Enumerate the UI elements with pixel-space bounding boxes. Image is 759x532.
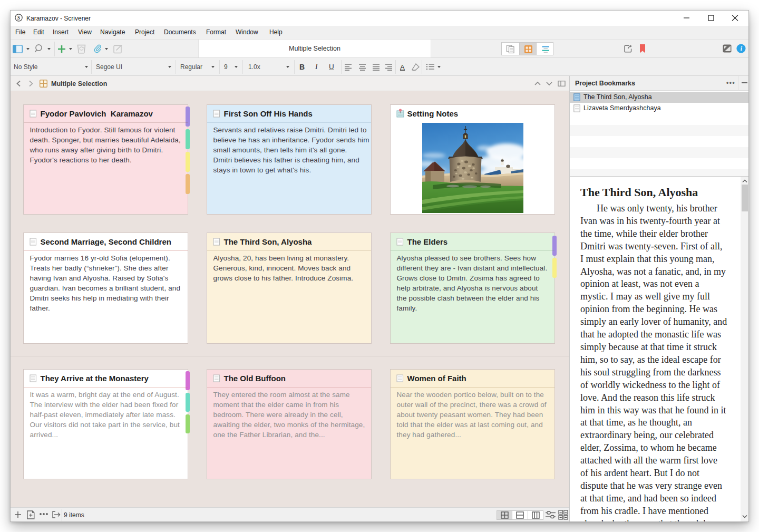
svg-text:S: S: [17, 15, 20, 21]
